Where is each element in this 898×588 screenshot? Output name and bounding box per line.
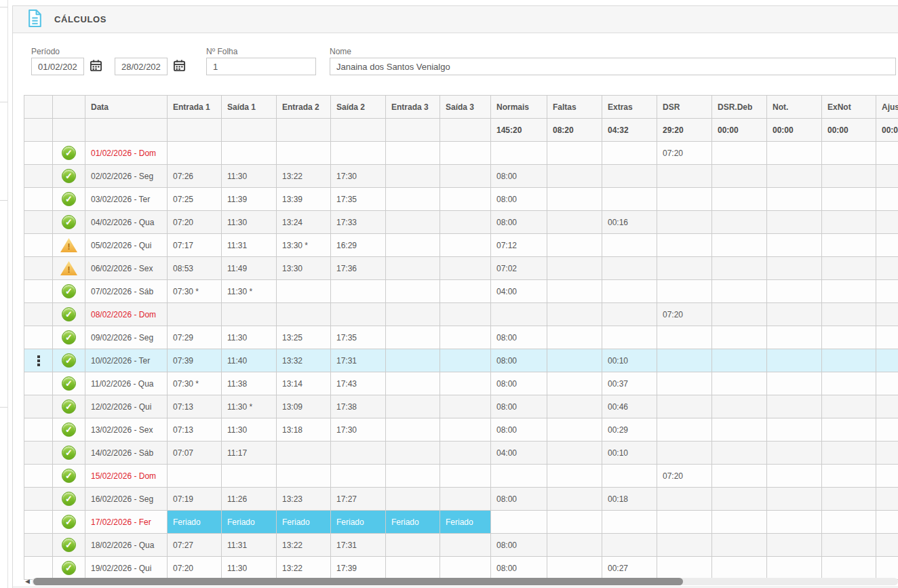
table-row[interactable]: 06/02/2026 - Sex08:5311:4913:3017:3607:0… (24, 257, 898, 280)
cell-s1 (222, 303, 277, 326)
calculations-table: DataEntrada 1Saída 1Entrada 2Saída 2Entr… (24, 95, 898, 580)
cell-menu (24, 165, 53, 188)
cell-dsr_deb (712, 418, 767, 442)
cell-e3 (386, 211, 440, 234)
table-row[interactable]: 03/02/2026 - Ter07:2511:3913:3917:3508:0… (24, 188, 898, 211)
column-header-normais: Normais (491, 96, 547, 119)
folha-input[interactable] (206, 58, 316, 75)
cell-e2: 13:18 (277, 418, 331, 442)
cell-s2: 17:39 (331, 557, 386, 580)
cell-s2: 17:31 (331, 534, 386, 557)
table-row[interactable]: 05/02/2026 - Qui07:1711:3113:30 *16:2907… (24, 234, 898, 257)
table-row[interactable]: 16/02/2026 - Seg07:1911:2613:2317:2708:0… (24, 488, 898, 511)
cell-extras (602, 303, 657, 326)
cell-not (767, 349, 822, 372)
cell-dsr_deb (712, 395, 767, 418)
column-header-e3: Entrada 3 (386, 96, 440, 119)
cell-e1: 07:17 (168, 234, 222, 257)
cell-s3 (440, 303, 491, 326)
cell-date: 08/02/2026 - Dom (85, 303, 168, 326)
cell-e1: 07:30 * (168, 280, 222, 303)
total-cell-menu (24, 119, 53, 142)
cell-dsr (657, 372, 712, 395)
green-check-icon (62, 399, 76, 414)
cell-dsr (657, 418, 712, 442)
table-row[interactable]: 12/02/2026 - Qui07:1311:30 *13:0917:3808… (24, 395, 898, 418)
table-row[interactable]: 13/02/2026 - Sex07:1311:3013:1817:3008:0… (24, 418, 898, 442)
cell-date: 12/02/2026 - Qui (85, 395, 168, 418)
green-check-icon (62, 423, 76, 437)
cell-status (53, 488, 85, 511)
cell-extras (602, 326, 657, 349)
cell-ajus (876, 534, 898, 557)
cell-e1: 07:19 (168, 488, 222, 511)
cell-dsr_deb (712, 488, 767, 511)
cell-dsr_deb (712, 188, 767, 211)
periodo-end-input[interactable] (115, 58, 168, 75)
table-row[interactable]: 07/02/2026 - Sáb07:30 *11:30 *04:00 (24, 280, 898, 303)
cell-e2 (277, 303, 331, 326)
table-row[interactable]: 19/02/2026 - Qui07:2011:3013:2217:3908:0… (24, 557, 898, 580)
table-row[interactable]: 08/02/2026 - Dom07:20 (24, 303, 898, 326)
table-row[interactable]: 01/02/2026 - Dom07:20 (24, 142, 898, 165)
green-check-icon (62, 146, 76, 160)
cell-faltas (547, 303, 602, 326)
green-check-icon (62, 492, 76, 506)
calendar-icon (90, 59, 102, 72)
scroll-left-arrow-icon[interactable]: ◀ (24, 578, 31, 585)
total-cell-s1 (222, 119, 277, 142)
cell-s3 (440, 349, 491, 372)
cell-extras: 00:16 (602, 211, 657, 234)
periodo-end-calendar-button[interactable] (172, 59, 187, 74)
cell-date: 04/02/2026 - Qua (85, 211, 168, 234)
column-header-e2: Entrada 2 (277, 96, 331, 119)
cell-exnot (822, 465, 876, 488)
cell-dsr_deb (712, 142, 767, 165)
table-row[interactable]: 04/02/2026 - Qua07:2011:3013:2417:3308:0… (24, 211, 898, 234)
table-row[interactable]: 14/02/2026 - Sáb07:0711:1704:0000:10 (24, 442, 898, 465)
cell-normais (491, 303, 547, 326)
scrollbar-thumb[interactable] (33, 578, 683, 585)
periodo-start-input[interactable] (31, 58, 84, 75)
cell-menu (24, 418, 53, 442)
cell-ajus (876, 372, 898, 395)
cell-e1: 07:26 (168, 165, 222, 188)
cell-menu (24, 465, 53, 488)
cell-e1 (168, 465, 222, 488)
cell-e2 (277, 280, 331, 303)
table-row[interactable]: 18/02/2026 - Qua07:2711:3113:2217:3108:0… (24, 534, 898, 557)
total-cell-e1 (168, 119, 222, 142)
cell-dsr_deb (712, 280, 767, 303)
cell-s1: 11:26 (222, 488, 277, 511)
column-header-extras: Extras (602, 96, 657, 119)
table-row[interactable]: 17/02/2026 - FerFeriadoFeriadoFeriadoFer… (24, 511, 898, 534)
cell-exnot (822, 211, 876, 234)
cell-date: 13/02/2026 - Sex (85, 418, 168, 442)
table-row[interactable]: 02/02/2026 - Seg07:2611:3013:2217:3008:0… (24, 165, 898, 188)
cell-exnot (822, 280, 876, 303)
kebab-menu-icon[interactable] (37, 355, 40, 366)
cell-e1: 07:29 (168, 326, 222, 349)
cell-date: 17/02/2026 - Fer (85, 511, 168, 534)
cell-s2: 17:38 (331, 395, 386, 418)
cell-s3 (440, 142, 491, 165)
cell-extras (602, 188, 657, 211)
cell-extras: 00:10 (602, 442, 657, 465)
periodo-start-calendar-button[interactable] (88, 59, 103, 74)
cell-dsr (657, 442, 712, 465)
table-row[interactable]: 11/02/2026 - Qua07:30 *11:3813:1417:4308… (24, 372, 898, 395)
cell-e2 (277, 142, 331, 165)
cell-not (767, 534, 822, 557)
nome-input[interactable] (330, 58, 896, 75)
table-row[interactable]: 10/02/2026 - Ter07:3911:4013:3217:3108:0… (24, 349, 898, 372)
cell-extras: 00:29 (602, 418, 657, 442)
cell-s2: 17:43 (331, 372, 386, 395)
cell-extras: 00:37 (602, 372, 657, 395)
cell-s2: 17:30 (331, 165, 386, 188)
column-header-not: Not. (767, 96, 822, 119)
cell-s1: 11:30 * (222, 280, 277, 303)
cell-s3 (440, 557, 491, 580)
table-row[interactable]: 09/02/2026 - Seg07:2911:3013:2517:3508:0… (24, 326, 898, 349)
table-row[interactable]: 15/02/2026 - Dom07:20 (24, 465, 898, 488)
cell-exnot (822, 303, 876, 326)
